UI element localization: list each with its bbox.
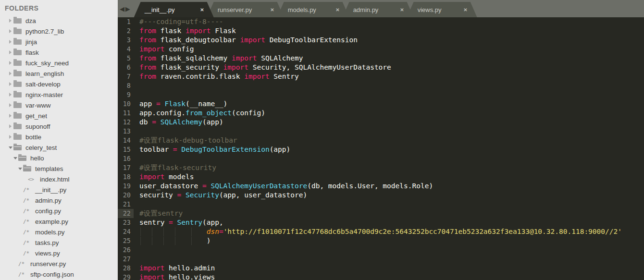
sidebar-item-celery-test[interactable]: celery_test: [0, 142, 118, 153]
sidebar-item-tasks.py[interactable]: /*tasks.py: [0, 237, 118, 248]
tab-bar: ◀ ▶ __init__.py✕runserver.py✕models.py✕a…: [118, 0, 644, 17]
sidebar-item-config.py[interactable]: /*config.py: [0, 206, 118, 216]
code-line[interactable]: 19user_datastore = SQLAlchemyUserDatasto…: [118, 182, 644, 191]
sidebar-item--init-.py[interactable]: /*__init__.py: [0, 184, 118, 195]
code-line[interactable]: 8: [118, 81, 644, 90]
sidebar-item-models.py[interactable]: /*models.py: [0, 227, 118, 237]
code-line[interactable]: 27: [118, 255, 644, 264]
tab-close-icon[interactable]: ✕: [400, 7, 404, 12]
sidebar-item-dza[interactable]: dza: [0, 15, 118, 26]
expand-arrow-icon[interactable]: [7, 103, 13, 107]
sidebar-item-index.html[interactable]: <>index.html: [0, 174, 118, 184]
expand-arrow-icon[interactable]: [7, 29, 13, 33]
code-line[interactable]: 9: [118, 90, 644, 99]
file-label: hello: [30, 155, 44, 162]
sidebar-item-example.py[interactable]: /*example.py: [0, 216, 118, 227]
code-line[interactable]: 2from flask import Flask: [118, 26, 644, 36]
code-line[interactable]: 3from flask_debugtoolbar import DebugToo…: [118, 36, 644, 45]
collapse-arrow-icon[interactable]: [17, 168, 23, 170]
code-line[interactable]: 1#---coding=utf-8----: [118, 17, 644, 26]
sidebar-item-templates[interactable]: templates: [0, 163, 118, 174]
line-number: 27: [118, 255, 134, 264]
code-token: 'http://f1010071f12c47768dc6b5a4700d9c2e…: [223, 228, 622, 235]
code-line[interactable]: 25 ): [118, 236, 644, 245]
code-line[interactable]: 14#设置flask-debug-toolbar: [118, 136, 644, 145]
tab-__init__.py[interactable]: __init__.py✕: [134, 2, 214, 17]
sidebar-item-admin.py[interactable]: /*admin.py: [0, 195, 118, 206]
code-line[interactable]: 11app.config.from_object(config): [118, 109, 644, 118]
line-number: 4: [118, 45, 134, 54]
code-file-icon: /*: [23, 229, 35, 235]
tab-runserver.py[interactable]: runserver.py✕: [207, 2, 284, 17]
code-line[interactable]: 16: [118, 154, 644, 163]
code-line[interactable]: 20security = Security(app, user_datastor…: [118, 191, 644, 200]
tab-scroll-arrows[interactable]: ◀ ▶: [120, 5, 130, 12]
code-line[interactable]: 23sentry = Sentry(app,: [118, 218, 644, 227]
expand-arrow-icon[interactable]: [7, 19, 13, 23]
code-line[interactable]: 13: [118, 127, 644, 136]
indent-guide: [152, 237, 152, 245]
expand-arrow-icon[interactable]: [7, 93, 13, 97]
sidebar-item-fuck-sky-need[interactable]: fuck_sky_need: [0, 58, 118, 68]
expand-arrow-icon[interactable]: [7, 72, 13, 75]
expand-arrow-icon[interactable]: [7, 82, 13, 86]
sidebar-item-sftp-config.json[interactable]: /*sftp-config.json: [0, 269, 118, 280]
code-line[interactable]: 17#设置flask-security: [118, 163, 644, 172]
tab-close-icon[interactable]: ✕: [335, 7, 339, 12]
tab-close-icon[interactable]: ✕: [463, 7, 467, 12]
sidebar-item-suponoff[interactable]: suponoff: [0, 121, 118, 132]
sidebar-item-bottle[interactable]: bottle: [0, 132, 118, 142]
sidebar-item-var-www[interactable]: var-www: [0, 100, 118, 110]
line-number: 25: [118, 236, 134, 245]
collapse-arrow-icon[interactable]: [12, 157, 18, 159]
expand-arrow-icon[interactable]: [7, 61, 13, 65]
expand-arrow-icon[interactable]: [7, 135, 13, 139]
code-file-icon: /*: [23, 187, 35, 193]
code-line[interactable]: 12db = SQLAlchemy(app): [118, 118, 644, 127]
tab-views.py[interactable]: views.py✕: [407, 2, 477, 17]
code-line[interactable]: 7from raven.contrib.flask import Sentry: [118, 72, 644, 81]
code-line[interactable]: 28import hello.admin: [118, 264, 644, 273]
tab-scroll-right-icon[interactable]: ▶: [125, 5, 130, 12]
code-editor[interactable]: 1#---coding=utf-8----2from flask import …: [118, 17, 644, 280]
folder-glyph: [13, 145, 22, 150]
sidebar-item-nginx-master[interactable]: nginx-master: [0, 89, 118, 100]
sidebar-item-flask[interactable]: flask: [0, 47, 118, 58]
code-line[interactable]: 22#设置sentry: [118, 209, 644, 218]
code-line[interactable]: 18import models: [118, 172, 644, 182]
sidebar-item-learn-english[interactable]: learn_english: [0, 68, 118, 79]
expand-arrow-icon[interactable]: [7, 124, 13, 128]
line-number: 26: [118, 245, 134, 255]
tab-admin.py[interactable]: admin.py✕: [343, 2, 414, 17]
sidebar-item-views.py[interactable]: /*views.py: [0, 248, 118, 258]
line-number: 8: [118, 81, 134, 90]
code-line[interactable]: 24 dsn='http://f1010071f12c47768dc6b5a47…: [118, 227, 644, 236]
tab-models.py[interactable]: models.py✕: [277, 2, 349, 17]
code-line[interactable]: 6from flask_security import Security, SQ…: [118, 63, 644, 72]
editor-main: ◀ ▶ __init__.py✕runserver.py✕models.py✕a…: [118, 0, 644, 280]
code-line[interactable]: 10app = Flask(__name__): [118, 99, 644, 109]
file-label: jinja: [25, 38, 37, 46]
code-line[interactable]: 15toolbar = DebugToolbarExtension(app): [118, 145, 644, 154]
code-line[interactable]: 4import config: [118, 45, 644, 54]
code-line[interactable]: 26: [118, 245, 644, 255]
collapse-arrow-icon[interactable]: [7, 146, 13, 149]
expand-arrow-icon[interactable]: [7, 114, 13, 118]
code-file-icon: /*: [18, 261, 30, 267]
code-line[interactable]: 5from flask_sqlalchemy import SQLAlchemy: [118, 54, 644, 63]
sidebar-item-runserver.py[interactable]: /*runserver.py: [0, 258, 118, 269]
tab-close-icon[interactable]: ✕: [200, 7, 204, 12]
sidebar-item-jinja[interactable]: jinja: [0, 37, 118, 47]
sidebar-item-python2.7-lib[interactable]: python2.7_lib: [0, 26, 118, 37]
sidebar-item-hello[interactable]: hello: [0, 153, 118, 163]
html-file-icon: <>: [28, 176, 40, 183]
tab-close-icon[interactable]: ✕: [270, 7, 274, 12]
code-token: =: [169, 219, 173, 226]
code-line[interactable]: 21: [118, 200, 644, 209]
tab-scroll-left-icon[interactable]: ◀: [120, 5, 124, 12]
code-line[interactable]: 29import hello.views: [118, 273, 644, 280]
sidebar-item-salt-develop[interactable]: salt-develop: [0, 79, 118, 89]
sidebar-item-get-net[interactable]: get_net: [0, 110, 118, 121]
expand-arrow-icon[interactable]: [7, 50, 13, 54]
expand-arrow-icon[interactable]: [7, 40, 13, 44]
